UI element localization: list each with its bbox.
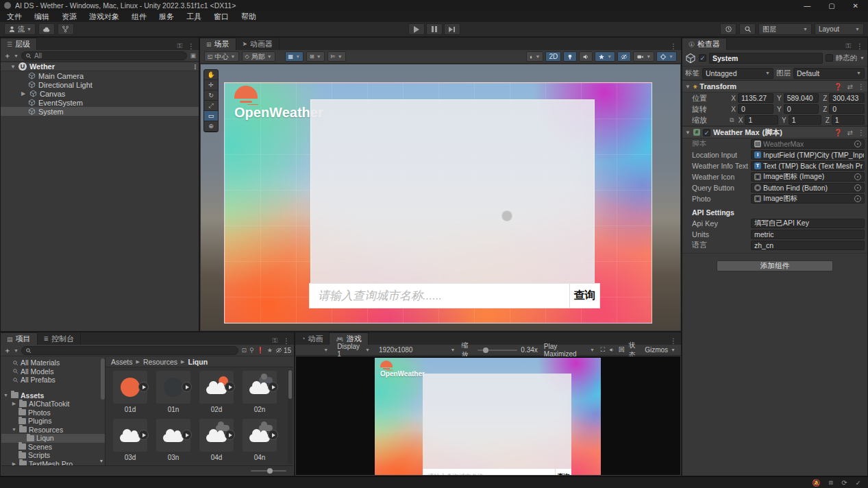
weather-info-text-object-field[interactable]: T Text (TMP) Back (Text Mesh Pr	[751, 161, 865, 171]
query-button[interactable]: 查询	[555, 469, 571, 475]
shading-mode-dropdown[interactable]: ◐▼	[526, 51, 543, 62]
favorite-all-materials[interactable]: All Materials	[1, 358, 105, 367]
scene-row-wether[interactable]: ▼ U Wether ⋮	[1, 62, 199, 71]
tree-scenes[interactable]: Scenes	[1, 443, 105, 452]
rotate-tool-button[interactable]: ↻	[204, 90, 218, 101]
undo-history-button[interactable]	[720, 23, 736, 35]
scale-link-icon[interactable]: ⧉	[730, 117, 734, 124]
play-button[interactable]	[408, 23, 425, 35]
asset-play-icon[interactable]	[138, 430, 149, 440]
tab-animator[interactable]: ➤ 动画器	[236, 38, 280, 50]
game-gizmos-dropdown[interactable]: Gizmos▼	[642, 345, 678, 355]
scene-audio-toggle[interactable]	[579, 51, 593, 62]
query-button-picker-icon[interactable]	[854, 184, 861, 191]
step-button[interactable]	[444, 23, 460, 35]
asset-03n[interactable]: 03n	[154, 419, 193, 461]
asset-01d[interactable]: 01d	[111, 371, 149, 413]
game-viewport[interactable]: OpenWeather 请输入查询城市名称...... 查询	[296, 356, 680, 475]
search-by-label-icon[interactable]: ⚲	[249, 347, 254, 354]
photo-object-field[interactable]: ▣ Image图标	[751, 194, 865, 204]
package-manager-icon[interactable]: ⧈	[829, 478, 833, 487]
project-menu-icon[interactable]: ⋮	[283, 337, 290, 345]
menu-edit[interactable]: 编辑	[34, 12, 49, 22]
add-component-button[interactable]: 添加组件	[717, 260, 833, 271]
weather-icon-picker-icon[interactable]	[854, 173, 861, 180]
units-field[interactable]: metric	[751, 230, 865, 239]
maximize-button[interactable]: ▢	[828, 2, 834, 10]
weathermax-component-header[interactable]: ▼ # ✓ Weather Max (脚本) ❓ ⇄ ⋮	[682, 126, 867, 138]
asset-play-icon[interactable]	[225, 382, 235, 392]
rotation-x-field[interactable]: 0	[738, 104, 773, 114]
create-dropdown-icon[interactable]: ▼	[14, 53, 18, 58]
project-search-input[interactable]	[34, 347, 234, 354]
asset-04n[interactable]: 04n	[240, 419, 279, 461]
menu-component[interactable]: 组件	[132, 12, 147, 22]
hierarchy-item-canvas[interactable]: ▶ Canvas	[1, 89, 199, 98]
tool-settings-dropdown[interactable]: ⊨▼	[327, 51, 346, 62]
api-key-field[interactable]: 填写自己API Key	[751, 219, 865, 228]
transform-menu-icon[interactable]: ⋮	[858, 83, 865, 90]
hierarchy-item-system[interactable]: System	[1, 107, 199, 116]
effects-dropdown[interactable]: ▼	[595, 51, 615, 62]
tool-handle-pivot-dropdown[interactable]: ◱中心▼	[204, 51, 239, 62]
favorite-all-prefabs[interactable]: All Prefabs	[1, 376, 105, 385]
inspector-menu-icon[interactable]: ⋮	[856, 42, 863, 50]
layer-dropdown[interactable]: Default▼	[793, 68, 865, 79]
favorite-all-models[interactable]: All Models	[1, 367, 105, 376]
play-mode-dropdown[interactable]: Play Maximized▼	[541, 345, 597, 355]
transform-component-header[interactable]: ▼ ⚹ Transform ❓ ⇄ ⋮	[682, 80, 867, 93]
gizmos-dropdown[interactable]: ▼	[656, 51, 677, 62]
script-object-field[interactable]: ▤ WeatherMax	[751, 139, 865, 149]
weathermax-presets-icon[interactable]: ⇄	[847, 129, 853, 136]
menu-file[interactable]: 文件	[7, 12, 22, 22]
weathermax-help-icon[interactable]: ❓	[834, 129, 842, 136]
close-button[interactable]: ✕	[853, 2, 858, 10]
position-y-field[interactable]: 589.040	[784, 93, 819, 103]
rotation-y-field[interactable]: 0	[784, 104, 819, 114]
city-input-field[interactable]: 请输入查询城市名称...... 查询	[309, 283, 600, 308]
asset-play-icon[interactable]	[138, 382, 149, 392]
menu-services[interactable]: 服务	[159, 12, 174, 22]
version-control-button[interactable]	[58, 23, 74, 35]
canvas-foldout-icon[interactable]: ▶	[20, 90, 27, 97]
cloud-services-button[interactable]	[38, 23, 55, 35]
tool-handle-rotation-dropdown[interactable]: ◇局部▼	[242, 51, 275, 62]
tree-liqun[interactable]: Liqun	[1, 434, 105, 443]
move-tool-button[interactable]: ✛	[204, 80, 218, 90]
location-input-object-field[interactable]: I InputField (TMP)City (TMP_Inpu	[751, 150, 865, 160]
scene-visibility-toggle[interactable]	[617, 51, 631, 62]
hierarchy-item-main-camera[interactable]: Main Camera	[1, 71, 199, 80]
resolution-dropdown[interactable]: 1920x1080▼	[376, 345, 458, 355]
tab-scene[interactable]: ⊞ 场景	[200, 38, 236, 50]
tree-scrollbar[interactable]	[101, 358, 105, 400]
scale-tool-button[interactable]: ⤢	[204, 101, 218, 111]
hierarchy-search-input[interactable]	[34, 52, 184, 60]
weather-icon-object-field[interactable]: ▣ Image图标 (Image)	[751, 172, 865, 182]
asset-04d[interactable]: 04d	[197, 419, 236, 461]
tree-photos[interactable]: Photos	[1, 408, 105, 417]
transform-help-icon[interactable]: ❓	[834, 83, 842, 90]
scale-x-field[interactable]: 1	[745, 115, 778, 125]
position-z-field[interactable]: 300.433	[829, 93, 865, 103]
breadcrumb-assets[interactable]: Assets	[111, 358, 133, 366]
tab-animation[interactable]: ◔ 动画	[295, 332, 330, 345]
hierarchy-item-directional-light[interactable]: Directional Light	[1, 80, 199, 89]
hierarchy-menu-icon[interactable]: ⋮	[188, 42, 195, 50]
ui-canvas-rect[interactable]: OpenWeather 请输入查询城市名称...... 查询	[224, 82, 652, 324]
asset-03d[interactable]: 03d	[111, 419, 149, 461]
asset-02n[interactable]: 02n	[240, 371, 279, 413]
vsync-icon[interactable]: 回	[619, 345, 625, 354]
tab-inspector[interactable]: 🛈 检查器	[682, 38, 727, 50]
static-dropdown-icon[interactable]: ▼	[860, 56, 865, 60]
hidden-count[interactable]: 15	[275, 347, 291, 354]
menu-tools[interactable]: 工具	[186, 12, 201, 22]
game-mode-dropdown[interactable]: ▼	[298, 345, 331, 355]
account-button[interactable]: 流▼	[4, 23, 36, 35]
active-checkbox[interactable]: ✓	[699, 54, 706, 62]
search-by-type-icon[interactable]: ⊡	[241, 347, 247, 354]
transform-tool-button[interactable]: ⊕	[204, 121, 218, 132]
scene-lighting-toggle[interactable]	[563, 51, 577, 62]
tree-plugins[interactable]: Plugins	[1, 417, 105, 426]
scene-viewport[interactable]: OpenWeather 请输入查询城市名称...... 查询 ✋ ✛ ↻ ⤢ ▭…	[201, 64, 680, 330]
transform-presets-icon[interactable]: ⇄	[847, 83, 853, 90]
